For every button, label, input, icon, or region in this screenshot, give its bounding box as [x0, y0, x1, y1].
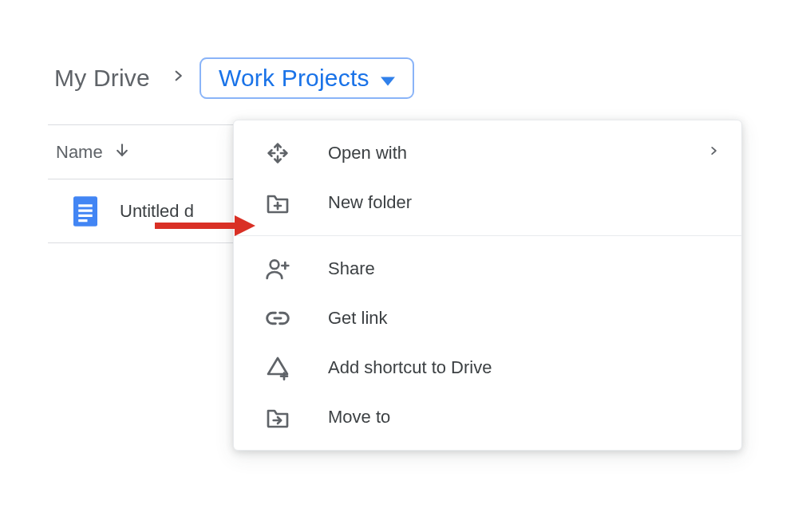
menu-item-label: Share: [328, 258, 719, 279]
breadcrumb-root[interactable]: My Drive: [48, 61, 156, 95]
dropdown-caret-icon: [381, 64, 395, 93]
file-name: Untitled d: [120, 201, 194, 222]
google-doc-icon: [73, 196, 97, 227]
svg-rect-5: [78, 219, 87, 222]
svg-rect-4: [78, 214, 93, 216]
svg-rect-2: [78, 204, 93, 207]
breadcrumb-current-label: Work Projects: [219, 64, 369, 93]
menu-item-move-to[interactable]: Move to: [234, 392, 741, 442]
link-icon: [264, 305, 291, 332]
menu-item-add-shortcut[interactable]: Add shortcut to Drive: [234, 343, 741, 392]
column-header-label: Name: [56, 142, 103, 163]
share-icon: [264, 255, 291, 282]
add-shortcut-icon: [264, 354, 291, 381]
svg-point-8: [271, 260, 279, 269]
chevron-right-icon: [171, 65, 185, 93]
menu-item-open-with[interactable]: Open with: [234, 128, 741, 178]
menu-item-label: Open with: [328, 143, 671, 164]
menu-item-label: Get link: [328, 308, 719, 329]
open-with-icon: [264, 140, 291, 167]
menu-item-share[interactable]: Share: [234, 244, 741, 294]
menu-divider: [234, 235, 741, 236]
menu-item-label: Move to: [328, 407, 719, 428]
move-to-icon: [264, 404, 291, 431]
menu-item-new-folder[interactable]: New folder: [234, 178, 741, 227]
svg-rect-3: [78, 209, 93, 211]
menu-item-label: Add shortcut to Drive: [328, 357, 719, 378]
menu-item-get-link[interactable]: Get link: [234, 294, 741, 343]
breadcrumb-current-folder[interactable]: Work Projects: [200, 57, 414, 99]
sort-arrow-down-icon: [114, 140, 130, 164]
folder-context-menu: Open with New folder: [233, 120, 742, 451]
submenu-chevron-icon: [708, 143, 719, 164]
new-folder-icon: [264, 189, 291, 216]
breadcrumb: My Drive Work Projects: [48, 56, 798, 100]
menu-item-label: New folder: [328, 192, 719, 213]
